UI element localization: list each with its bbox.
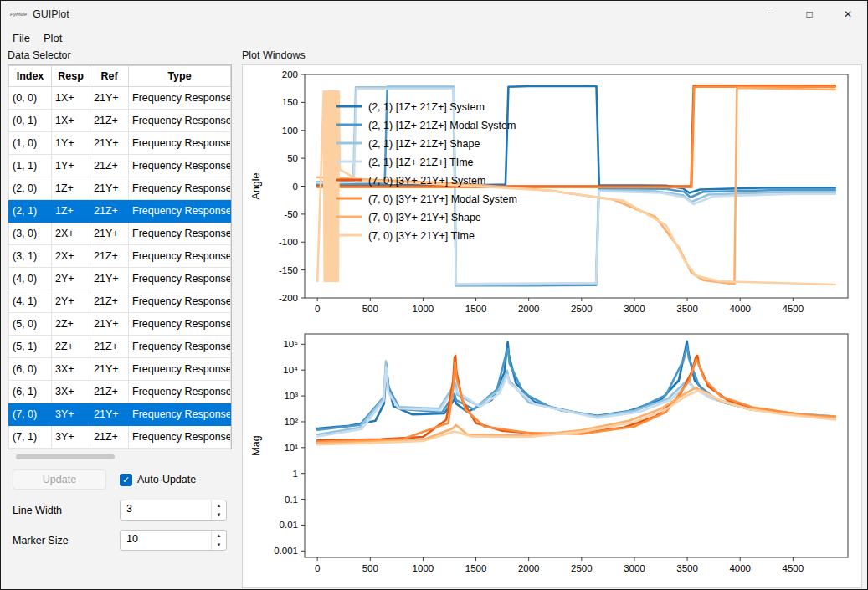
maximize-icon: □ xyxy=(806,8,812,20)
titlebar: PyMide GUIPlot – □ ✕ xyxy=(1,1,867,28)
table-row[interactable]: (0, 1)1X+21Z+Frequency Response F xyxy=(9,110,231,132)
spin-up-icon[interactable]: ▲ xyxy=(212,500,226,510)
auto-update-label: Auto-Update xyxy=(137,474,196,485)
menubar: File Plot xyxy=(1,28,867,48)
svg-text:1500: 1500 xyxy=(465,563,487,573)
plot-windows-panel: Plot Windows 050010001500200025003000350… xyxy=(242,49,862,582)
svg-text:4500: 4500 xyxy=(783,563,804,573)
column-header-resp[interactable]: Resp xyxy=(52,66,90,87)
svg-text:Angle: Angle xyxy=(250,172,262,199)
table-row[interactable]: (6, 0)3X+21Y+Frequency Response F xyxy=(9,358,231,381)
mag-chart-svg: 05001000150020002500300035004000450010⁵1… xyxy=(244,326,860,582)
table-row[interactable]: (3, 1)2X+21Z+Frequency Response F xyxy=(9,245,231,268)
maximize-button[interactable]: □ xyxy=(790,1,829,28)
close-button[interactable]: ✕ xyxy=(829,1,867,28)
table-row[interactable]: (3, 0)2X+21Y+Frequency Response F xyxy=(9,223,231,245)
spin-down-icon[interactable]: ▼ xyxy=(212,541,226,551)
svg-text:1: 1 xyxy=(293,469,298,479)
svg-text:1500: 1500 xyxy=(465,304,487,314)
svg-text:0.001: 0.001 xyxy=(274,546,298,556)
svg-text:2500: 2500 xyxy=(571,304,593,314)
svg-text:10²: 10² xyxy=(284,417,298,427)
data-table-container: IndexRespRefType (0, 0)1X+21Y+Frequency … xyxy=(8,64,232,449)
svg-text:150: 150 xyxy=(282,97,298,107)
table-row[interactable]: (2, 0)1Z+21Y+Frequency Response F xyxy=(9,177,231,200)
svg-text:500: 500 xyxy=(362,304,378,314)
line-width-spin-buttons: ▲ ▼ xyxy=(211,500,226,520)
svg-text:4000: 4000 xyxy=(729,563,751,573)
svg-text:0: 0 xyxy=(293,182,298,192)
spin-down-icon[interactable]: ▼ xyxy=(212,510,226,521)
table-row[interactable]: (5, 1)2Z+21Z+Frequency Response F xyxy=(9,336,231,358)
table-row[interactable]: (6, 1)3X+21Z+Frequency Response F xyxy=(9,381,231,403)
window-title: GUIPlot xyxy=(33,8,69,20)
svg-text:3000: 3000 xyxy=(624,304,645,314)
svg-text:0.01: 0.01 xyxy=(280,520,298,530)
svg-text:3000: 3000 xyxy=(624,563,645,573)
svg-text:2500: 2500 xyxy=(571,563,593,573)
table-row[interactable]: (4, 1)2Y+21Z+Frequency Response F xyxy=(9,290,231,313)
data-selector-label: Data Selector xyxy=(8,49,232,61)
table-row[interactable]: (7, 0)3Y+21Y+Frequency Response F xyxy=(9,403,231,426)
table-row[interactable]: (1, 1)1Y+21Z+Frequency Response F xyxy=(9,155,231,177)
auto-update-checkbox[interactable]: ✓ Auto-Update xyxy=(120,474,196,486)
svg-text:-100: -100 xyxy=(279,237,298,247)
window-controls: – □ ✕ xyxy=(752,1,867,28)
angle-chart-svg: 0500100015002000250030003500400045002001… xyxy=(244,67,860,323)
svg-text:0.1: 0.1 xyxy=(285,495,298,505)
checkbox-check-icon: ✓ xyxy=(120,474,132,486)
table-row[interactable]: (5, 0)2Z+21Y+Frequency Response F xyxy=(9,313,231,336)
column-header-type[interactable]: Type xyxy=(129,66,231,87)
legend-label: (2, 1) [1Z+ 21Z+] TIme xyxy=(368,156,474,168)
svg-text:1000: 1000 xyxy=(413,563,434,573)
minimize-button[interactable]: – xyxy=(752,1,790,28)
svg-text:10¹: 10¹ xyxy=(284,443,298,453)
table-header-row: IndexRespRefType xyxy=(9,66,231,87)
horizontal-scrollbar[interactable] xyxy=(9,453,230,461)
mag-chart[interactable]: 05001000150020002500300035004000450010⁵1… xyxy=(244,326,860,586)
svg-text:4500: 4500 xyxy=(783,304,804,314)
svg-text:10⁵: 10⁵ xyxy=(283,339,298,349)
data-table[interactable]: IndexRespRefType (0, 0)1X+21Y+Frequency … xyxy=(8,65,231,449)
legend-label: (2, 1) [1Z+ 21Z+] Shape xyxy=(368,138,480,150)
line-width-value[interactable]: 3 xyxy=(121,500,211,520)
svg-text:4000: 4000 xyxy=(729,304,751,314)
app-window: PyMide GUIPlot – □ ✕ File Plot Data Sele… xyxy=(0,0,868,590)
menu-file[interactable]: File xyxy=(6,29,37,47)
line-width-spinner[interactable]: 3 ▲ ▼ xyxy=(120,500,227,521)
minimize-icon: – xyxy=(768,7,774,18)
svg-text:100: 100 xyxy=(282,126,298,136)
data-selector-panel: Data Selector IndexRespRefType (0, 0)1X+… xyxy=(8,49,232,582)
app-icon: PyMide xyxy=(8,7,29,22)
svg-text:-200: -200 xyxy=(279,293,298,303)
svg-text:-150: -150 xyxy=(279,265,298,275)
svg-text:0: 0 xyxy=(315,563,320,573)
update-button[interactable]: Update xyxy=(13,469,106,490)
svg-text:3500: 3500 xyxy=(676,304,698,314)
marker-size-spinner[interactable]: 10 ▲ ▼ xyxy=(120,530,227,551)
svg-text:500: 500 xyxy=(362,563,378,573)
menu-plot[interactable]: Plot xyxy=(37,29,69,47)
series-line xyxy=(317,341,835,428)
legend-label: (7, 0) [3Y+ 21Y+] TIme xyxy=(368,230,475,242)
table-row[interactable]: (0, 0)1X+21Y+Frequency Response F xyxy=(9,87,231,110)
marker-size-label: Marker Size xyxy=(13,535,120,546)
column-header-ref[interactable]: Ref xyxy=(90,66,129,87)
legend-label: (7, 0) [3Y+ 21Y+] System xyxy=(368,175,485,187)
svg-text:Mag: Mag xyxy=(250,435,262,455)
table-row[interactable]: (4, 0)2Y+21Y+Frequency Response F xyxy=(9,268,231,290)
table-row[interactable]: (2, 1)1Z+21Z+Frequency Response F xyxy=(9,200,231,223)
plot-area: 0500100015002000250030003500400045002001… xyxy=(242,64,862,588)
scrollbar-thumb[interactable] xyxy=(16,454,115,459)
legend-label: (7, 0) [3Y+ 21Y+] Modal System xyxy=(368,193,517,205)
spin-up-icon[interactable]: ▲ xyxy=(212,531,226,541)
table-row[interactable]: (7, 1)3Y+21Z+Frequency Response F xyxy=(9,426,231,449)
angle-chart[interactable]: 0500100015002000250030003500400045002001… xyxy=(244,67,860,326)
svg-text:0: 0 xyxy=(315,304,320,314)
column-header-index[interactable]: Index xyxy=(9,66,52,87)
main-content: Data Selector IndexRespRefType (0, 0)1X+… xyxy=(1,48,867,587)
marker-size-value[interactable]: 10 xyxy=(121,531,211,550)
series-line xyxy=(317,346,835,430)
table-row[interactable]: (1, 0)1Y+21Y+Frequency Response F xyxy=(9,132,231,155)
line-width-label: Line Width xyxy=(13,505,120,516)
